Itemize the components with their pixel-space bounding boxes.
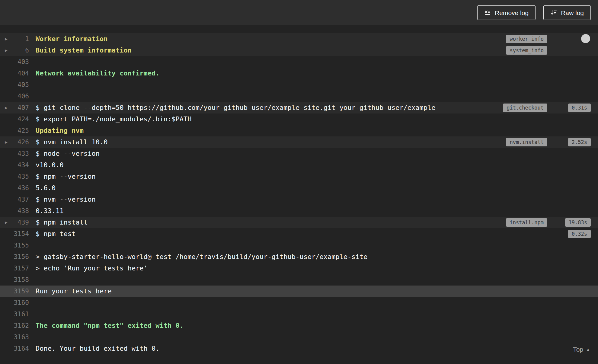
line-number[interactable]: 439 xyxy=(0,217,29,228)
log-text: Done. Your build exited with 0. xyxy=(36,343,547,354)
log-text: 0.33.11 xyxy=(36,205,547,217)
log-line: 3154 $ npm test 0.32s xyxy=(0,228,598,240)
line-number[interactable]: 3163 xyxy=(0,331,29,343)
log-text: $ export PATH=./node_modules/.bin:$PATH xyxy=(36,113,547,125)
log-text: $ nvm --version xyxy=(36,194,547,205)
scroll-indicator[interactable] xyxy=(581,34,590,43)
line-number[interactable]: 1 xyxy=(0,33,29,45)
line-number[interactable]: 404 xyxy=(0,68,29,79)
line-number[interactable]: 434 xyxy=(0,159,29,171)
log-line: 3159 Run your tests here xyxy=(0,286,598,297)
line-number[interactable]: 403 xyxy=(0,56,29,68)
log-line: 3160 xyxy=(0,297,598,308)
log-line: 3163 xyxy=(0,331,598,343)
log-line: 3164 Done. Your build exited with 0. xyxy=(0,343,598,354)
log-text: Updating nvm xyxy=(36,125,547,136)
log-line: 436 5.6.0 xyxy=(0,182,598,194)
line-number[interactable]: 433 xyxy=(0,148,29,159)
fold-name-badge: install.npm xyxy=(506,218,547,227)
line-number[interactable]: 407 xyxy=(0,102,29,113)
remove-log-button[interactable]: Remove log xyxy=(477,5,536,20)
fold-arrow-icon[interactable]: ▶ xyxy=(5,45,8,56)
line-number[interactable]: 438 xyxy=(0,205,29,217)
log-text: $ npm --version xyxy=(36,171,547,182)
line-number[interactable]: 425 xyxy=(0,125,29,136)
log-text: Run your tests here xyxy=(36,286,547,297)
log-line: 438 0.33.11 xyxy=(0,205,598,217)
log-line: 403 xyxy=(0,56,598,68)
log-line: 3157 > echo 'Run your tests here' xyxy=(0,263,598,274)
fold-arrow-icon[interactable]: ▶ xyxy=(5,217,8,228)
log-line: 404 Network availability confirmed. xyxy=(0,68,598,79)
log-text: v10.0.0 xyxy=(36,159,547,171)
line-number[interactable]: 435 xyxy=(0,171,29,182)
log-line: 434 v10.0.0 xyxy=(0,159,598,171)
line-number[interactable]: 406 xyxy=(0,91,29,102)
build-log: ▶ 1 Worker information worker_info ▶ 6 B… xyxy=(0,25,598,354)
line-number[interactable]: 3160 xyxy=(0,297,29,308)
log-text: $ nvm install 10.0 xyxy=(36,136,506,148)
line-number[interactable]: 3164 xyxy=(0,343,29,354)
log-line: ▶ 426 $ nvm install 10.0 nvm.install 2.5… xyxy=(0,136,598,148)
duration-badge: 19.83s xyxy=(565,218,591,227)
log-line: ▶ 439 $ npm install install.npm 19.83s xyxy=(0,217,598,228)
fold-arrow-icon[interactable]: ▶ xyxy=(5,33,8,45)
line-number[interactable]: 3158 xyxy=(0,274,29,286)
line-number[interactable]: 3156 xyxy=(0,251,29,263)
log-line: 437 $ nvm --version xyxy=(0,194,598,205)
scroll-to-top-link[interactable]: Top ▲ xyxy=(573,346,590,353)
log-text: > echo 'Run your tests here' xyxy=(36,263,547,274)
log-text: Build system information xyxy=(36,45,506,56)
log-line: 3158 xyxy=(0,274,598,286)
line-number[interactable]: 436 xyxy=(0,182,29,194)
log-line: 435 $ npm --version xyxy=(0,171,598,182)
log-line: 3161 xyxy=(0,308,598,320)
fold-name-badge: git.checkout xyxy=(503,104,547,112)
duration-badge: 0.31s xyxy=(568,104,591,112)
line-number[interactable]: 3159 xyxy=(0,286,29,297)
log-text: Network availability confirmed. xyxy=(36,68,547,79)
log-text: > gatsby-starter-hello-world@ test /home… xyxy=(36,251,547,263)
fold-arrow-icon[interactable]: ▶ xyxy=(5,136,8,148)
log-text: $ git clone --depth=50 https://github.co… xyxy=(36,102,503,113)
log-line: ▶ 1 Worker information worker_info xyxy=(0,33,598,45)
fold-name-badge: nvm.install xyxy=(506,138,547,146)
line-number[interactable]: 426 xyxy=(0,136,29,148)
line-number[interactable]: 424 xyxy=(0,113,29,125)
remove-log-icon xyxy=(484,9,491,16)
line-number[interactable]: 405 xyxy=(0,79,29,91)
log-line: 405 xyxy=(0,79,598,91)
remove-log-label: Remove log xyxy=(495,10,529,16)
line-number[interactable]: 6 xyxy=(0,45,29,56)
log-line: 3155 xyxy=(0,240,598,251)
line-number[interactable]: 3162 xyxy=(0,320,29,331)
fold-name-badge: system_info xyxy=(506,46,547,55)
log-text: $ node --version xyxy=(36,148,547,159)
log-text: Worker information xyxy=(36,33,506,45)
raw-log-label: Raw log xyxy=(561,10,584,16)
log-line: 425 Updating nvm xyxy=(0,125,598,136)
log-text: $ npm install xyxy=(36,217,506,228)
raw-log-icon xyxy=(550,9,557,16)
line-number[interactable]: 3154 xyxy=(0,228,29,240)
fold-arrow-icon[interactable]: ▶ xyxy=(5,102,8,113)
log-line: ▶ 407 $ git clone --depth=50 https://git… xyxy=(0,102,598,113)
toolbar: Remove log Raw log xyxy=(0,0,598,25)
log-line: 406 xyxy=(0,91,598,102)
log-text: $ npm test xyxy=(36,228,547,240)
log-line: 433 $ node --version xyxy=(0,148,598,159)
log-lines: ▶ 1 Worker information worker_info ▶ 6 B… xyxy=(0,33,598,354)
raw-log-button[interactable]: Raw log xyxy=(543,5,591,20)
duration-badge: 0.32s xyxy=(568,230,591,238)
log-line: 424 $ export PATH=./node_modules/.bin:$P… xyxy=(0,113,598,125)
line-number[interactable]: 3155 xyxy=(0,240,29,251)
top-link-label: Top xyxy=(573,346,583,353)
log-line: ▶ 6 Build system information system_info xyxy=(0,45,598,56)
log-text: 5.6.0 xyxy=(36,182,547,194)
line-number[interactable]: 437 xyxy=(0,194,29,205)
line-number[interactable]: 3157 xyxy=(0,263,29,274)
log-line: 3162 The command "npm test" exited with … xyxy=(0,320,598,331)
caret-up-icon: ▲ xyxy=(586,347,590,352)
fold-name-badge: worker_info xyxy=(506,35,547,43)
line-number[interactable]: 3161 xyxy=(0,308,29,320)
